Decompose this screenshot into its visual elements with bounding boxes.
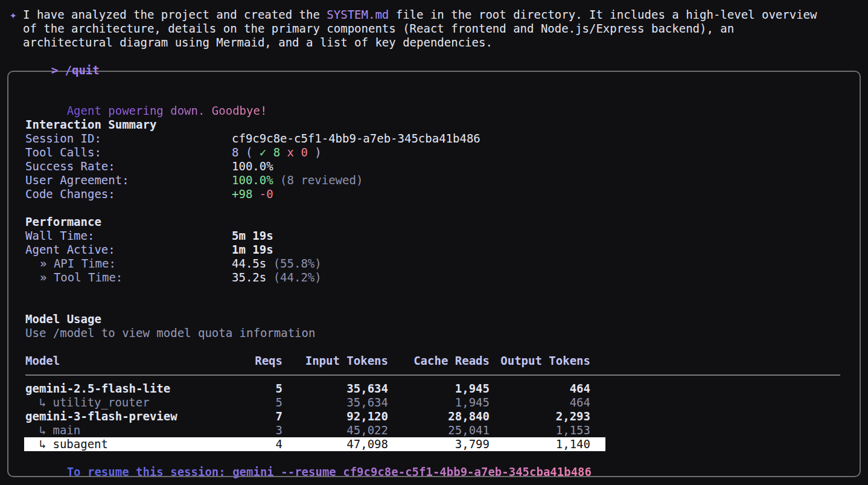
agent-message-line-1: ✦ I have analyzed the project and create… (10, 8, 862, 22)
user-agreement-value: 100.0% (8 reviewed) (232, 173, 363, 187)
agent-message-text: I have analyzed the project and created … (23, 8, 817, 22)
resume-command: To resume this session: gemini --resume … (67, 465, 592, 479)
tool-calls-value: 8 ( ✓ 8 x 0 ) (232, 146, 322, 159)
branch-arrow-icon: ↳ (25, 396, 53, 409)
session-id-value: cf9c9c8e-c5f1-4bb9-a7eb-345cba41b486 (232, 132, 480, 146)
session-id-row: Session ID: cf9c9c8e-c5f1-4bb9-a7eb-345c… (25, 132, 843, 146)
interaction-summary-heading: Interaction Summary (25, 118, 843, 132)
agent-active-row: Agent Active: 1m 19s (25, 243, 843, 257)
tool-calls-fail-count: x 0 (287, 146, 308, 159)
api-time-row: » API Time: 44.5s (55.8%) (25, 257, 843, 271)
table-row-model: gemini-3-flash-preview 7 92,120 28,840 2… (25, 410, 843, 423)
branch-arrow-icon: ↳ (25, 437, 53, 451)
agent-message-line-3: architectural diagram using Mermaid, and… (10, 36, 862, 50)
lines-added: +98 (232, 187, 252, 201)
session-summary-panel: Agent powering down. Goodbye! Interactio… (7, 71, 861, 477)
terminal[interactable]: ✦ I have analyzed the project and create… (0, 0, 868, 485)
prompt-chevron-icon: > (51, 63, 58, 77)
tool-calls-row: Tool Calls: 8 ( ✓ 8 x 0 ) (25, 146, 843, 159)
col-reqs: Reqs (231, 354, 282, 368)
wall-time-row: Wall Time: 5m 19s (25, 229, 843, 243)
api-time-value: 44.5s (55.8%) (232, 257, 322, 271)
code-changes-row: Code Changes: +98 -0 (25, 187, 843, 201)
col-input-tokens: Input Tokens (282, 354, 388, 368)
branch-arrow-icon: ↳ (25, 423, 53, 437)
quit-command: /quit (65, 63, 100, 77)
model-quota-hint: Use /model to view model quota informati… (25, 326, 843, 340)
col-cache-reads: Cache Reads (388, 354, 490, 368)
table-row-subagent: ↳main 3 45,022 25,041 1,153 (25, 423, 843, 437)
col-model: Model (25, 354, 231, 368)
user-agreement-row: User Agreement: 100.0% (8 reviewed) (25, 173, 843, 187)
table-row-subagent-selected[interactable]: ↳subagent 4 47,098 3,799 1,140 (24, 437, 605, 451)
success-rate-row: Success Rate: 100.0% (25, 159, 843, 173)
goodbye-message: Agent powering down. Goodbye! (25, 90, 843, 104)
usage-table-header: Model Reqs Input Tokens Cache Reads Outp… (25, 354, 843, 368)
transcript: ✦ I have analyzed the project and create… (0, 8, 868, 63)
success-rate-value: 100.0% (232, 159, 273, 173)
system-md-filename: SYSTEM.md (327, 8, 389, 21)
model-usage-heading: Model Usage (25, 312, 843, 326)
tool-calls-success-count: ✓ 8 (260, 146, 280, 159)
lines-removed: -0 (260, 187, 273, 201)
performance-heading: Performance (25, 215, 843, 229)
table-row-model: gemini-2.5-flash-lite 5 35,634 1,945 464 (25, 382, 843, 396)
agent-message-line-2: of the architecture, details on the prim… (10, 22, 862, 36)
user-prompt-line: > /quit (10, 50, 862, 63)
table-row-subagent: ↳utility_router 5 35,634 1,945 464 (25, 396, 843, 410)
col-output-tokens: Output Tokens (490, 354, 590, 368)
wall-time-value: 5m 19s (232, 229, 273, 243)
resume-hint-line: To resume this session: gemini --resume … (25, 451, 843, 465)
table-divider (25, 368, 843, 382)
gemini-star-icon: ✦ (10, 8, 23, 22)
tool-time-value: 35.2s (44.2%) (232, 271, 322, 284)
code-changes-value: +98 -0 (232, 187, 273, 201)
tool-time-row: » Tool Time: 35.2s (44.2%) (25, 271, 843, 284)
agent-active-value: 1m 19s (232, 243, 273, 257)
